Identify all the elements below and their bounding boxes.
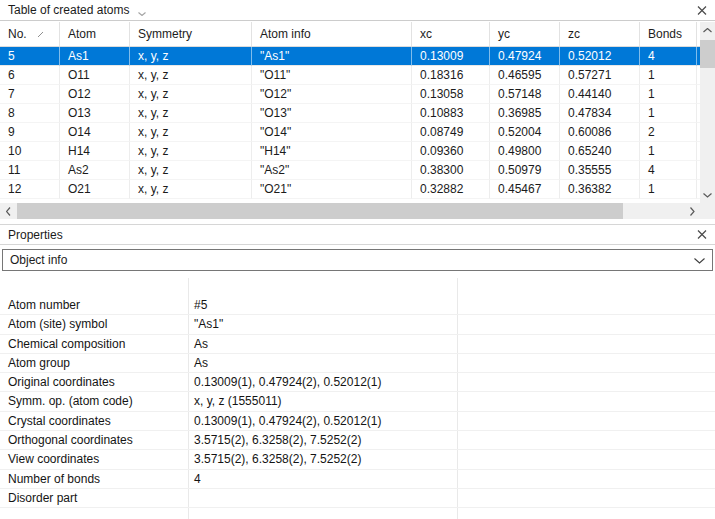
cell-symmetry[interactable]: x, y, z [130,47,252,66]
property-row[interactable]: View coordinates 3.5715(2), 6.3258(2), 7… [0,450,715,469]
property-row[interactable]: Orthogonal coordinates 3.5715(2), 6.3258… [0,431,715,450]
cell-symmetry[interactable]: x, y, z [130,161,252,180]
cell-symmetry[interactable]: x, y, z [130,123,252,142]
table-row[interactable]: 12 O21 x, y, z "O21" 0.32882 0.45467 0.3… [0,180,700,199]
object-info-dropdown[interactable]: Object info [2,249,713,271]
column-header-symmetry[interactable]: Symmetry [130,22,252,46]
property-row[interactable]: Crystal coordinates 0.13009(1), 0.47924(… [0,412,715,431]
cell-xc[interactable]: 0.08749 [412,123,490,142]
cell-atom[interactable]: As2 [60,161,130,180]
cell-zc[interactable]: 0.35555 [560,161,640,180]
cell-atom-info[interactable]: "O12" [252,85,412,104]
cell-no[interactable]: 6 [0,66,60,85]
cell-no[interactable]: 8 [0,104,60,123]
cell-atom[interactable]: H14 [60,142,130,161]
cell-zc[interactable]: 0.65240 [560,142,640,161]
column-header-zc[interactable]: zc [560,22,640,46]
cell-symmetry[interactable]: x, y, z [130,66,252,85]
cell-symmetry[interactable]: x, y, z [130,142,252,161]
cell-no[interactable]: 12 [0,180,60,199]
column-header-no[interactable]: No. [0,22,60,46]
cell-symmetry[interactable]: x, y, z [130,104,252,123]
cell-yc[interactable]: 0.49800 [490,142,560,161]
column-header-atom[interactable]: Atom [60,22,130,46]
cell-symmetry[interactable]: x, y, z [130,180,252,199]
cell-atom-info[interactable]: "H14" [252,142,412,161]
cell-xc[interactable]: 0.38300 [412,161,490,180]
cell-xc[interactable]: 0.13058 [412,85,490,104]
column-header-xc[interactable]: xc [412,22,490,46]
cell-bonds[interactable]: 1 [640,66,697,85]
cell-zc[interactable]: 0.52012 [560,47,640,66]
cell-no[interactable]: 10 [0,142,60,161]
property-row[interactable]: Atom group As [0,354,715,373]
scroll-down-button[interactable] [700,187,715,203]
cell-xc[interactable]: 0.32882 [412,180,490,199]
cell-xc[interactable]: 0.10883 [412,104,490,123]
table-row[interactable]: 9 O14 x, y, z "O14" 0.08749 0.52004 0.60… [0,123,700,142]
cell-yc[interactable]: 0.50979 [490,161,560,180]
atoms-panel-titlebar[interactable]: Table of created atoms [0,0,715,21]
cell-yc[interactable]: 0.45467 [490,180,560,199]
cell-xc[interactable]: 0.13009 [412,47,490,66]
property-row[interactable]: Symm. op. (atom code) x, y, z (1555011) [0,392,715,411]
vertical-scrollbar[interactable] [700,22,715,219]
cell-xc[interactable]: 0.09360 [412,142,490,161]
column-header-yc[interactable]: yc [490,22,560,46]
cell-zc[interactable]: 0.36382 [560,180,640,199]
cell-zc[interactable]: 0.57271 [560,66,640,85]
cell-atom[interactable]: O13 [60,104,130,123]
cell-atom[interactable]: As1 [60,47,130,66]
cell-yc[interactable]: 0.57148 [490,85,560,104]
cell-no[interactable]: 7 [0,85,60,104]
table-row[interactable]: 5 As1 x, y, z "As1" 0.13009 0.47924 0.52… [0,47,700,66]
property-row[interactable]: Original coordinates 0.13009(1), 0.47924… [0,373,715,392]
cell-atom-info[interactable]: "O21" [252,180,412,199]
scroll-up-button[interactable] [700,22,715,38]
table-row[interactable]: 6 O11 x, y, z "O11" 0.18316 0.46595 0.57… [0,66,700,85]
cell-no[interactable]: 11 [0,161,60,180]
property-row[interactable]: Disorder part [0,489,715,508]
cell-zc[interactable]: 0.60086 [560,123,640,142]
cell-bonds[interactable]: 1 [640,104,697,123]
table-row[interactable]: 10 H14 x, y, z "H14" 0.09360 0.49800 0.6… [0,142,700,161]
cell-atom[interactable]: O14 [60,123,130,142]
cell-bonds[interactable]: 1 [640,180,697,199]
table-row[interactable]: 8 O13 x, y, z "O13" 0.10883 0.36985 0.47… [0,104,700,123]
cell-bonds[interactable]: 2 [640,123,697,142]
scroll-right-button[interactable] [684,203,700,219]
property-row[interactable]: Atom (site) symbol "As1" [0,315,715,334]
cell-yc[interactable]: 0.52004 [490,123,560,142]
cell-atom-info[interactable]: "As1" [252,47,412,66]
column-header-atom-info[interactable]: Atom info [252,22,412,46]
cell-yc[interactable]: 0.36985 [490,104,560,123]
cell-yc[interactable]: 0.46595 [490,66,560,85]
cell-xc[interactable]: 0.18316 [412,66,490,85]
cell-no[interactable]: 9 [0,123,60,142]
vertical-scroll-thumb[interactable] [700,40,715,68]
cell-atom[interactable]: O21 [60,180,130,199]
cell-bonds[interactable]: 4 [640,161,697,180]
property-row[interactable]: Atom number #5 [0,296,715,315]
properties-panel-titlebar[interactable]: Properties [0,224,715,245]
scroll-left-button[interactable] [0,203,17,219]
horizontal-scroll-thumb[interactable] [17,203,623,219]
cell-bonds[interactable]: 4 [640,47,697,66]
horizontal-scrollbar[interactable] [0,203,700,219]
column-header-bonds[interactable]: Bonds [640,22,697,46]
properties-panel-close-button[interactable] [694,227,710,242]
cell-atom[interactable]: O12 [60,85,130,104]
cell-yc[interactable]: 0.47924 [490,47,560,66]
property-row[interactable]: Chemical composition As [0,335,715,354]
cell-symmetry[interactable]: x, y, z [130,85,252,104]
table-row[interactable]: 7 O12 x, y, z "O12" 0.13058 0.57148 0.44… [0,85,700,104]
cell-bonds[interactable]: 1 [640,142,697,161]
atoms-panel-close-button[interactable] [694,3,710,18]
cell-atom-info[interactable]: "O13" [252,104,412,123]
table-row[interactable]: 11 As2 x, y, z "As2" 0.38300 0.50979 0.3… [0,161,700,180]
cell-no[interactable]: 5 [0,47,60,66]
cell-zc[interactable]: 0.47834 [560,104,640,123]
cell-atom-info[interactable]: "As2" [252,161,412,180]
cell-atom-info[interactable]: "O14" [252,123,412,142]
cell-atom[interactable]: O11 [60,66,130,85]
